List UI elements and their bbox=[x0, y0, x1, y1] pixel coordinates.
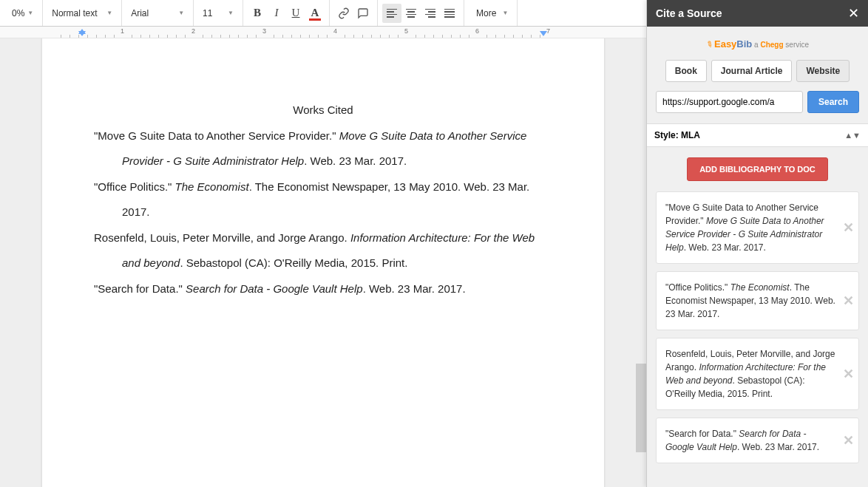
citation-item[interactable]: "Office Politics." The Economist. The Ec… bbox=[656, 271, 859, 330]
delete-citation-button[interactable]: ✕ bbox=[843, 218, 854, 238]
tab-book[interactable]: Book bbox=[665, 60, 707, 82]
font-size-value: 11 bbox=[203, 8, 225, 18]
text-color-button[interactable]: A bbox=[305, 4, 325, 23]
zoom-select[interactable]: 0% ▼ bbox=[7, 5, 38, 21]
easybib-logo: ✎EasyBib a Chegg service bbox=[656, 38, 859, 50]
insert-link-button[interactable] bbox=[334, 4, 353, 23]
underline-button[interactable]: U bbox=[286, 4, 305, 23]
ruler-number: 2 bbox=[191, 27, 195, 35]
bibliography-entry[interactable]: "Move G Suite Data to Another Service Pr… bbox=[94, 123, 552, 174]
source-type-tabs: Book Journal Article Website bbox=[656, 60, 859, 82]
scrollbar-thumb[interactable] bbox=[636, 364, 646, 452]
right-indent-marker[interactable] bbox=[540, 31, 547, 36]
delete-citation-button[interactable]: ✕ bbox=[843, 291, 854, 311]
comment-icon bbox=[357, 7, 369, 19]
align-right-icon bbox=[425, 9, 435, 18]
citation-list: "Move G Suite Data to Another Service Pr… bbox=[656, 191, 859, 463]
bibliography-entry[interactable]: "Office Politics." The Economist. The Ec… bbox=[94, 174, 552, 225]
updown-icon: ▲▼ bbox=[844, 131, 861, 140]
bibliography-entry[interactable]: Rosenfeld, Louis, Peter Morville, and Jo… bbox=[94, 225, 552, 276]
bibliography-entry[interactable]: "Search for Data." Search for Data - Goo… bbox=[94, 276, 552, 302]
pencil-icon: ✎ bbox=[704, 39, 714, 51]
citation-item[interactable]: "Move G Suite Data to Another Service Pr… bbox=[656, 191, 859, 264]
first-line-marker[interactable] bbox=[78, 29, 86, 34]
align-center-button[interactable] bbox=[401, 4, 421, 23]
insert-comment-button[interactable] bbox=[353, 4, 373, 23]
caret-down-icon: ▼ bbox=[106, 10, 112, 16]
more-label: More bbox=[473, 8, 499, 18]
add-bibliography-button[interactable]: ADD BIBLIOGRAPHY TO DOC bbox=[687, 157, 828, 181]
page-title: Works Cited bbox=[94, 98, 552, 123]
sidebar-header: Cite a Source ✕ bbox=[647, 0, 868, 27]
font-select[interactable]: Arial ▼ bbox=[126, 5, 189, 21]
tab-website[interactable]: Website bbox=[796, 60, 850, 82]
document-page[interactable]: Works Cited "Move G Suite Data to Anothe… bbox=[42, 38, 604, 487]
align-center-icon bbox=[406, 9, 416, 18]
align-left-icon bbox=[387, 9, 397, 18]
delete-citation-button[interactable]: ✕ bbox=[843, 431, 854, 451]
font-size-select[interactable]: 11 ▼ bbox=[198, 5, 238, 21]
font-value: Arial bbox=[131, 8, 175, 18]
ruler-number: 4 bbox=[333, 27, 337, 35]
more-button[interactable]: More ▼ bbox=[469, 5, 512, 21]
link-icon bbox=[338, 7, 350, 19]
search-button[interactable]: Search bbox=[807, 91, 859, 113]
ruler-number: 3 bbox=[262, 27, 266, 35]
align-left-button[interactable] bbox=[382, 4, 401, 23]
paragraph-style-value: Normal text bbox=[52, 8, 104, 18]
sidebar-body: ✎EasyBib a Chegg service Book Journal Ar… bbox=[647, 27, 868, 487]
ruler-number: 5 bbox=[404, 27, 408, 35]
citation-item[interactable]: Rosenfeld, Louis, Peter Morville, and Jo… bbox=[656, 338, 859, 410]
caret-down-icon: ▼ bbox=[228, 10, 234, 16]
caret-down-icon: ▼ bbox=[27, 10, 33, 16]
align-right-button[interactable] bbox=[421, 4, 440, 23]
align-justify-icon bbox=[444, 9, 455, 18]
caret-down-icon: ▼ bbox=[502, 10, 508, 16]
zoom-value: 0% bbox=[12, 8, 24, 18]
cite-sidebar: Cite a Source ✕ ✎EasyBib a Chegg service… bbox=[646, 0, 868, 487]
sidebar-title: Cite a Source bbox=[656, 7, 722, 19]
align-justify-button[interactable] bbox=[440, 4, 459, 23]
citation-style-select[interactable]: Style: MLA ▲▼ bbox=[647, 123, 868, 147]
search-input[interactable] bbox=[656, 91, 803, 113]
italic-button[interactable]: I bbox=[267, 4, 286, 23]
tab-journal[interactable]: Journal Article bbox=[711, 60, 793, 82]
close-button[interactable]: ✕ bbox=[848, 5, 859, 21]
delete-citation-button[interactable]: ✕ bbox=[843, 364, 854, 384]
paragraph-style-select[interactable]: Normal text ▼ bbox=[47, 5, 117, 21]
ruler-number: 1 bbox=[121, 27, 124, 35]
citation-item[interactable]: "Search for Data." Search for Data - Goo… bbox=[656, 418, 859, 463]
caret-down-icon: ▼ bbox=[178, 10, 184, 16]
document-area: Works Cited "Move G Suite Data to Anothe… bbox=[0, 38, 646, 487]
bold-button[interactable]: B bbox=[248, 4, 267, 23]
ruler-number: 6 bbox=[475, 27, 479, 35]
search-row: Search bbox=[656, 91, 859, 113]
citation-style-label: Style: MLA bbox=[654, 130, 700, 140]
